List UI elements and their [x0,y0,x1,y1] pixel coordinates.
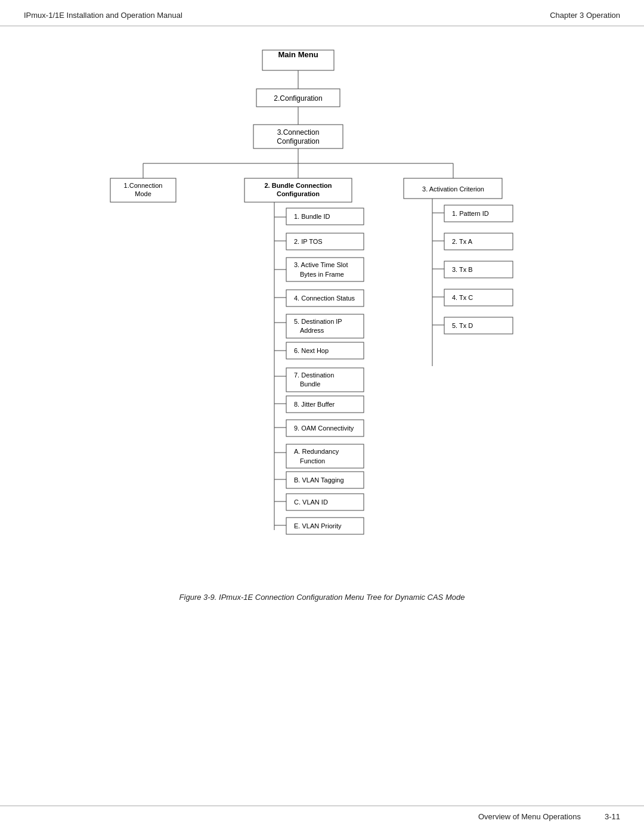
svg-text:Mode: Mode [135,190,151,197]
col1-label: 1.Connection [124,182,163,189]
col3-item3: 3. Tx B [452,266,473,273]
header-left: IPmux-1/1E Installation and Operation Ma… [24,11,182,20]
page-footer: Overview of Menu Operations 3-11 [0,806,644,821]
svg-text:Configuration: Configuration [277,137,319,145]
header-right: Chapter 3 Operation [550,11,620,20]
col2-itemA-b: Function [300,457,325,465]
connection-config-label: 3.Connection [277,128,320,137]
tree-diagram: Main Menu 2.Configuration 3.Connection C… [66,44,578,581]
col3-item2: 2. Tx A [452,238,473,245]
col2-item7b: Bundle [300,380,320,388]
col3-item4: 4. Tx C [452,294,473,301]
col2-item5b: Address [300,327,324,334]
col2-item7a: 7. Destination [294,371,334,379]
col2-item1: 1. Bundle ID [294,213,330,220]
figure-caption: Figure 3-9. IPmux-1E Connection Configur… [179,593,465,602]
page-header: IPmux-1/1E Installation and Operation Ma… [0,0,644,26]
col3-item1: 1. Pattern ID [452,210,489,217]
col2-itemB: B. VLAN Tagging [294,476,344,484]
col2-itemC: C. VLAN ID [294,498,328,506]
footer-right: 3-11 [605,812,620,821]
col2-item2: 2. IP TOS [294,238,323,245]
svg-text:Configuration: Configuration [277,190,320,197]
main-menu-label: Main Menu [278,50,318,59]
col2-item8: 8. Jitter Buffer [294,401,335,408]
col3-item5: 5. Tx D [452,322,473,329]
footer-center: Overview of Menu Operations [478,812,581,821]
col2-itemE: E. VLAN Priority [294,522,342,529]
col2-item5a: 5. Destination IP [294,318,342,325]
col2-item6: 6. Next Hop [294,347,329,354]
config-label: 2.Configuration [274,94,322,103]
col2-item9: 9. OAM Connectivity [294,425,354,432]
col3-label: 3. Activation Criterion [422,185,484,193]
content: Main Menu 2.Configuration 3.Connection C… [0,26,644,661]
col2-item4: 4. Connection Status [294,295,355,302]
col2-item3a: 3. Active Time Slot [294,261,348,268]
diagram: Main Menu 2.Configuration 3.Connection C… [24,38,620,614]
col2-itemA-a: A. Redundancy [294,448,339,455]
col2-label: 2. Bundle Connection [264,182,332,189]
col2-item3b: Bytes in Frame [300,271,344,278]
